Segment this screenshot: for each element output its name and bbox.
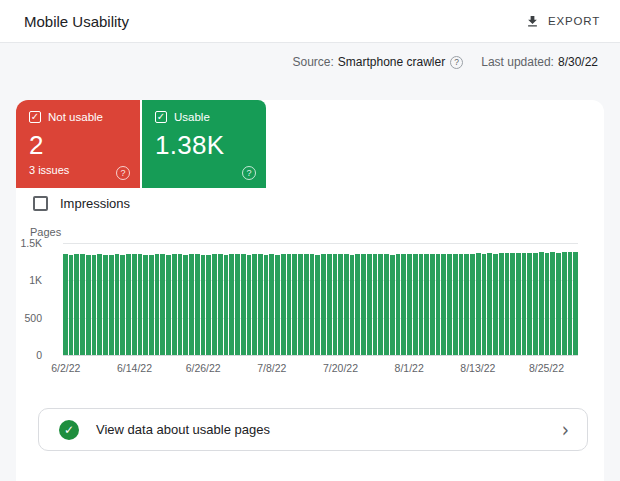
bar[interactable] bbox=[464, 254, 469, 356]
bar[interactable] bbox=[126, 254, 131, 355]
bar[interactable] bbox=[247, 255, 252, 355]
bar[interactable] bbox=[407, 254, 412, 355]
bar[interactable] bbox=[264, 255, 269, 356]
bar[interactable] bbox=[281, 254, 286, 355]
bar[interactable] bbox=[80, 254, 85, 355]
bar[interactable] bbox=[373, 254, 378, 355]
bar[interactable] bbox=[556, 253, 561, 356]
bar[interactable] bbox=[155, 254, 160, 355]
bar[interactable] bbox=[229, 254, 234, 355]
bar[interactable] bbox=[413, 254, 418, 355]
bar[interactable] bbox=[252, 254, 257, 355]
bar[interactable] bbox=[545, 253, 550, 355]
bar[interactable] bbox=[201, 255, 206, 355]
bar[interactable] bbox=[470, 254, 475, 355]
bar[interactable] bbox=[160, 254, 165, 355]
bar[interactable] bbox=[86, 255, 91, 355]
bar[interactable] bbox=[149, 255, 154, 355]
view-usable-pages-link[interactable]: ✓ View data about usable pages › bbox=[38, 408, 588, 451]
bar[interactable] bbox=[92, 255, 97, 355]
bar[interactable] bbox=[327, 254, 332, 355]
not-usable-help-icon[interactable]: ? bbox=[116, 166, 130, 180]
bar[interactable] bbox=[97, 254, 102, 355]
bar[interactable] bbox=[476, 253, 481, 355]
bar[interactable] bbox=[292, 254, 297, 355]
bar[interactable] bbox=[63, 254, 68, 355]
bar[interactable] bbox=[401, 254, 406, 355]
not-usable-checkbox-icon[interactable]: ✓ bbox=[29, 111, 41, 123]
bar[interactable] bbox=[172, 254, 177, 355]
bar[interactable] bbox=[568, 252, 573, 355]
bar[interactable] bbox=[436, 254, 441, 355]
bar[interactable] bbox=[115, 254, 120, 355]
bar[interactable] bbox=[459, 254, 464, 355]
bar[interactable] bbox=[138, 254, 143, 355]
bar[interactable] bbox=[350, 255, 355, 355]
bar[interactable] bbox=[453, 254, 458, 355]
bar[interactable] bbox=[310, 254, 315, 355]
bar[interactable] bbox=[195, 254, 200, 355]
bar[interactable] bbox=[539, 252, 544, 355]
bar[interactable] bbox=[74, 254, 79, 355]
bar[interactable] bbox=[550, 252, 555, 355]
bar[interactable] bbox=[109, 255, 114, 356]
bar[interactable] bbox=[384, 254, 389, 355]
impressions-checkbox[interactable] bbox=[33, 196, 48, 211]
bar[interactable] bbox=[269, 254, 274, 355]
impressions-toggle[interactable]: Impressions bbox=[33, 196, 130, 211]
usable-help-icon[interactable]: ? bbox=[242, 166, 256, 180]
bar[interactable] bbox=[166, 255, 171, 355]
bar[interactable] bbox=[378, 254, 383, 355]
bar[interactable] bbox=[355, 254, 360, 355]
source-help-icon[interactable]: ? bbox=[450, 56, 463, 69]
bar[interactable] bbox=[69, 255, 74, 355]
bar[interactable] bbox=[510, 253, 515, 355]
bar[interactable] bbox=[287, 254, 292, 355]
not-usable-card[interactable]: ✓ Not usable 2 3 issues ? bbox=[16, 100, 140, 188]
bar[interactable] bbox=[212, 254, 217, 355]
bar[interactable] bbox=[562, 252, 567, 355]
usable-pages-chart[interactable] bbox=[63, 243, 578, 355]
bar[interactable] bbox=[344, 254, 349, 355]
bar[interactable] bbox=[235, 254, 240, 355]
bar[interactable] bbox=[132, 254, 137, 355]
bar[interactable] bbox=[482, 254, 487, 355]
bar[interactable] bbox=[516, 253, 521, 355]
bar[interactable] bbox=[390, 255, 395, 356]
bar[interactable] bbox=[241, 254, 246, 355]
bar[interactable] bbox=[275, 255, 280, 355]
usable-card[interactable]: ✓ Usable 1.38K ? bbox=[142, 100, 266, 188]
bar[interactable] bbox=[258, 254, 263, 355]
bar[interactable] bbox=[367, 254, 372, 355]
bar[interactable] bbox=[487, 253, 492, 355]
bar[interactable] bbox=[178, 254, 183, 355]
bar[interactable] bbox=[338, 254, 343, 355]
bar[interactable] bbox=[298, 254, 303, 355]
bar[interactable] bbox=[143, 255, 148, 355]
bar[interactable] bbox=[424, 254, 429, 355]
bar[interactable] bbox=[333, 254, 338, 355]
bar[interactable] bbox=[361, 254, 366, 355]
bar[interactable] bbox=[120, 255, 125, 355]
bar[interactable] bbox=[206, 255, 211, 355]
bar[interactable] bbox=[315, 255, 320, 355]
bar[interactable] bbox=[189, 254, 194, 355]
bar[interactable] bbox=[430, 254, 435, 355]
bar[interactable] bbox=[396, 254, 401, 355]
bar[interactable] bbox=[533, 253, 538, 355]
bar[interactable] bbox=[573, 252, 578, 355]
bar[interactable] bbox=[183, 255, 188, 355]
bar[interactable] bbox=[321, 254, 326, 355]
export-button[interactable]: EXPORT bbox=[525, 14, 600, 29]
bar[interactable] bbox=[441, 254, 446, 355]
bar[interactable] bbox=[505, 253, 510, 355]
bar[interactable] bbox=[304, 254, 309, 355]
bar[interactable] bbox=[419, 254, 424, 355]
bar[interactable] bbox=[499, 253, 504, 355]
bar[interactable] bbox=[218, 254, 223, 355]
bar[interactable] bbox=[522, 253, 527, 355]
bar[interactable] bbox=[527, 253, 532, 355]
bar[interactable] bbox=[224, 255, 229, 356]
bar[interactable] bbox=[447, 254, 452, 355]
bar[interactable] bbox=[103, 255, 108, 355]
